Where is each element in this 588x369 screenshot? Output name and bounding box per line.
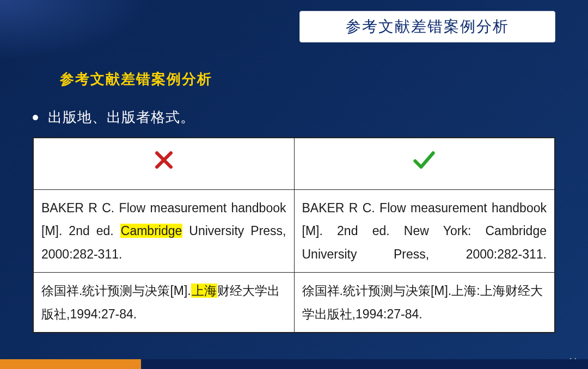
section-heading: 参考文献差错案例分析	[60, 70, 212, 89]
table-row: BAKER R C. Flow measurement handbook [M]…	[34, 189, 555, 273]
decorative-glow	[0, 0, 152, 60]
highlight-text: Cambridge	[120, 224, 183, 238]
correct-cell-2: 徐国祥.统计预测与决策[M].上海:上海财经大学出版社,1994:27-84.	[294, 273, 555, 333]
text-segment: 徐国祥.统计预测与决策[M].	[41, 284, 191, 298]
bullet-item: 出版地、出版者格式。	[33, 108, 195, 127]
table-row: 徐国祥.统计预测与决策[M].上海财经大学出版社,1994:27-84. 徐国祥…	[34, 273, 555, 333]
wrong-cell-2: 徐国祥.统计预测与决策[M].上海财经大学出版社,1994:27-84.	[34, 273, 295, 333]
correct-cell-1: BAKER R C. Flow measurement handbook [M]…	[294, 189, 555, 273]
footer-bar	[0, 359, 588, 369]
title-text: 参考文献差错案例分析	[346, 16, 509, 37]
bullet-text: 出版地、出版者格式。	[48, 108, 195, 127]
footer-accent	[0, 359, 141, 369]
wrong-header	[34, 138, 295, 190]
footer-base	[141, 359, 588, 369]
cross-icon	[152, 161, 176, 175]
wrong-cell-1: BAKER R C. Flow measurement handbook [M]…	[34, 189, 295, 273]
highlight-text: 上海	[191, 284, 217, 298]
title-card: 参考文献差错案例分析	[299, 11, 555, 42]
bullet-dot-icon	[33, 115, 38, 120]
table-header-row	[34, 138, 555, 190]
correct-header	[294, 138, 555, 190]
check-icon	[412, 161, 436, 175]
comparison-table: BAKER R C. Flow measurement handbook [M]…	[33, 137, 555, 333]
